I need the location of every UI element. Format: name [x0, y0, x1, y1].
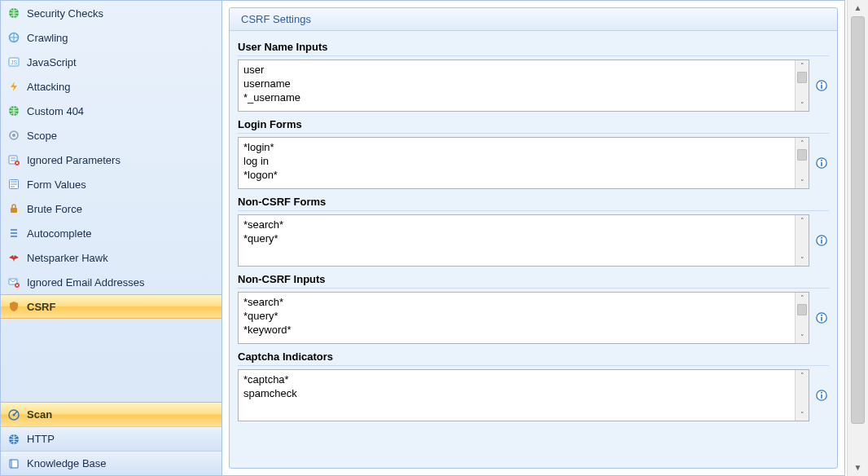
field-input-captcha-indicators[interactable] [239, 370, 795, 421]
scroll-track[interactable] [796, 227, 809, 254]
js-icon: JS [7, 55, 20, 68]
sidebar-item-label: Netsparker Hawk [27, 252, 108, 264]
scroll-track[interactable] [796, 304, 809, 332]
form-icon [7, 178, 20, 191]
settings-panel: CSRF Settings User Name Inputs˄˅Login Fo… [229, 7, 838, 469]
scroll-down-arrow-icon[interactable]: ˅ [796, 409, 809, 421]
sidebar-item-attacking[interactable]: Attacking [1, 74, 221, 99]
field-captcha-indicators: Captcha Indicators˄˅ [238, 349, 829, 421]
sidebar-item-label: Form Values [27, 178, 86, 191]
svg-point-24 [821, 237, 822, 239]
category-knowledge-base[interactable]: Knowledge Base [1, 451, 221, 475]
radar-icon [7, 408, 20, 421]
field-scrollbar[interactable]: ˄˅ [795, 370, 809, 421]
scroll-thumb[interactable] [797, 72, 807, 83]
sidebar-item-javascript[interactable]: JSJavaScript [1, 50, 221, 74]
field-row: ˄˅ [238, 369, 829, 421]
field-input-non-csrf-inputs[interactable] [239, 293, 795, 343]
globe-icon [7, 7, 20, 20]
sidebar-item-label: Autocomplete [27, 227, 92, 240]
sidebar-item-label: Ignored Email Addresses [27, 276, 145, 289]
sidebar: Security ChecksCrawlingJSJavaScriptAttac… [1, 1, 222, 475]
scroll-up-arrow-icon[interactable]: ˄ [796, 138, 809, 149]
scroll-thumb[interactable] [797, 304, 807, 315]
svg-point-30 [821, 392, 822, 394]
scroll-track[interactable] [796, 72, 809, 99]
scroll-down-arrow-icon[interactable]: ˅ [796, 254, 809, 266]
field-box: ˄˅ [238, 60, 809, 112]
field-scrollbar[interactable]: ˄˅ [795, 138, 809, 188]
scroll-up-arrow-icon[interactable]: ▲ [848, 0, 868, 16]
scroll-up-arrow-icon[interactable]: ˄ [796, 215, 809, 227]
field-box: ˄˅ [238, 137, 809, 189]
scroll-up-arrow-icon[interactable]: ˄ [796, 370, 809, 381]
sidebar-item-netsparker-hawk[interactable]: Netsparker Hawk [1, 245, 221, 270]
field-box: ˄˅ [238, 369, 809, 421]
scroll-track[interactable] [796, 381, 809, 409]
field-box: ˄˅ [238, 292, 809, 344]
sidebar-item-crawling[interactable]: Crawling [1, 25, 221, 50]
category-scan[interactable]: Scan [1, 402, 221, 426]
scroll-down-arrow-icon[interactable]: ▼ [848, 460, 868, 476]
info-icon[interactable] [814, 235, 829, 246]
sidebar-item-security-checks[interactable]: Security Checks [1, 1, 221, 25]
field-scrollbar[interactable]: ˄˅ [795, 215, 809, 266]
app-window: Security ChecksCrawlingJSJavaScriptAttac… [0, 0, 845, 476]
field-label: User Name Inputs [238, 39, 829, 56]
window-scrollbar[interactable]: ▲ ▼ [847, 0, 868, 476]
mail-x-icon [7, 275, 20, 289]
sidebar-item-scope[interactable]: Scope [1, 123, 221, 148]
svg-point-27 [821, 315, 822, 316]
field-input-non-csrf-forms[interactable] [239, 215, 795, 266]
field-non-csrf-forms: Non-CSRF Forms˄˅ [238, 194, 829, 267]
scroll-thumb[interactable] [851, 16, 865, 424]
list-icon [7, 227, 20, 240]
scroll-track[interactable] [796, 149, 809, 177]
category-label: Scan [27, 408, 52, 421]
sidebar-item-label: CSRF [27, 301, 55, 313]
form-x-icon [7, 153, 20, 166]
settings-panel-body: User Name Inputs˄˅Login Forms˄˅Non-CSRF … [230, 31, 837, 468]
info-icon[interactable] [814, 390, 829, 401]
field-input-login-forms[interactable] [239, 138, 795, 188]
scroll-up-arrow-icon[interactable]: ˄ [796, 60, 809, 72]
lock-icon [7, 202, 20, 215]
sidebar-item-label: JavaScript [27, 56, 77, 68]
scroll-track[interactable] [848, 16, 868, 460]
scroll-down-arrow-icon[interactable]: ˅ [796, 177, 809, 188]
sidebar-item-autocomplete[interactable]: Autocomplete [1, 221, 221, 245]
field-row: ˄˅ [238, 292, 829, 344]
sidebar-item-form-values[interactable]: Form Values [1, 172, 221, 196]
field-row: ˄˅ [238, 60, 829, 112]
info-icon[interactable] [814, 312, 829, 324]
sidebar-item-brute-force[interactable]: Brute Force [1, 196, 221, 221]
scroll-down-arrow-icon[interactable]: ˅ [796, 99, 809, 111]
field-scrollbar[interactable]: ˄˅ [795, 60, 809, 111]
scroll-down-arrow-icon[interactable]: ˅ [796, 332, 809, 343]
field-box: ˄˅ [238, 214, 809, 267]
field-scrollbar[interactable]: ˄˅ [795, 293, 809, 343]
scroll-up-arrow-icon[interactable]: ˄ [796, 293, 809, 304]
sidebar-item-ignored-parameters[interactable]: Ignored Parameters [1, 148, 221, 172]
svg-point-21 [821, 160, 822, 161]
category-http[interactable]: HTTP [1, 426, 221, 451]
field-row: ˄˅ [238, 137, 829, 189]
svg-point-14 [13, 413, 15, 416]
target-icon [7, 129, 20, 142]
sidebar-item-label: Scope [27, 130, 57, 142]
main-area: CSRF Settings User Name Inputs˄˅Login Fo… [222, 1, 844, 475]
sidebar-item-custom-404[interactable]: Custom 404 [1, 99, 221, 123]
svg-point-18 [821, 82, 822, 84]
info-icon[interactable] [814, 80, 829, 91]
sidebar-item-label: Security Checks [27, 7, 103, 20]
sidebar-item-csrf[interactable]: CSRF [1, 294, 221, 319]
sidebar-item-label: Brute Force [27, 203, 82, 215]
scroll-thumb[interactable] [797, 149, 807, 161]
field-row: ˄˅ [238, 214, 829, 267]
sidebar-item-label: Attacking [27, 81, 70, 93]
svg-rect-10 [11, 208, 17, 213]
shield-icon [7, 300, 20, 313]
sidebar-item-ignored-email-addresses[interactable]: Ignored Email Addresses [1, 270, 221, 294]
field-input-user-name-inputs[interactable] [239, 60, 795, 111]
info-icon[interactable] [814, 157, 829, 169]
